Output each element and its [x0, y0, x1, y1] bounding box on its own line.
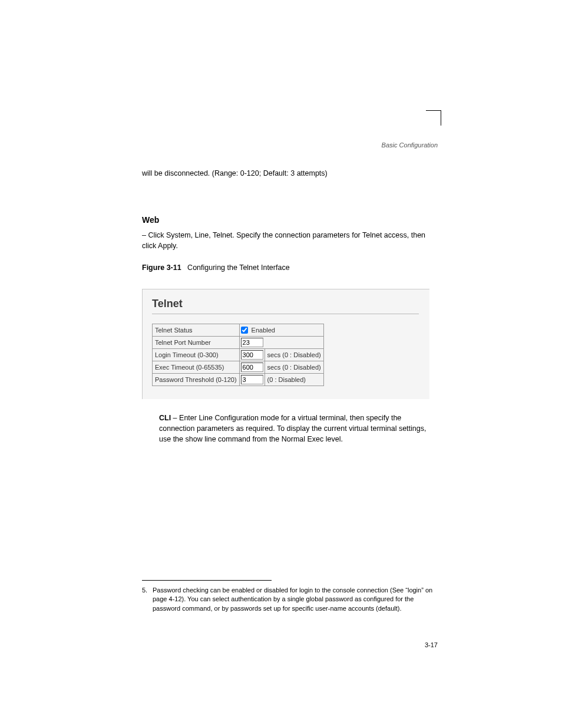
- row-telnet-port: Telnet Port Number: [153, 337, 324, 349]
- row-password-threshold: Password Threshold (0-120) (0 : Disabled…: [153, 374, 324, 386]
- hint-password-threshold: (0 : Disabled): [265, 374, 323, 386]
- input-password-threshold[interactable]: [241, 375, 263, 384]
- label-telnet-port: Telnet Port Number: [153, 337, 240, 349]
- web-paragraph: – Click System, Line, Telnet. Specify th…: [142, 230, 437, 251]
- telnet-panel: Telnet Telnet Status Enabled Telnet Port…: [142, 289, 429, 399]
- label-telnet-status: Telnet Status: [153, 324, 240, 337]
- config-table: Telnet Status Enabled Telnet Port Number…: [152, 324, 324, 386]
- input-telnet-port[interactable]: [241, 338, 263, 347]
- hint-exec-timeout: secs (0 : Disabled): [265, 361, 323, 374]
- footnote: 5. Password checking can be enabled or d…: [142, 586, 437, 613]
- checkbox-label-enabled: Enabled: [252, 327, 275, 334]
- checkbox-telnet-enabled[interactable]: [241, 327, 248, 334]
- hint-login-timeout: secs (0 : Disabled): [265, 349, 323, 361]
- page-number: 3-17: [425, 641, 438, 648]
- crop-mark: [426, 110, 441, 126]
- row-exec-timeout: Exec Timeout (0-65535) secs (0 : Disable…: [153, 361, 324, 374]
- page-header: Basic Configuration: [142, 141, 438, 149]
- panel-title: Telnet: [152, 298, 419, 310]
- figure-label: Figure 3-11: [142, 263, 181, 272]
- row-telnet-status: Telnet Status Enabled: [153, 324, 324, 337]
- input-login-timeout[interactable]: [241, 350, 263, 360]
- figure-title: Configuring the Telnet Interface: [187, 263, 290, 272]
- footnote-text: Password checking can be enabled or disa…: [153, 586, 437, 613]
- cli-heading: CLI: [159, 414, 171, 422]
- figure-caption: Figure 3-11 Configuring the Telnet Inter…: [142, 262, 437, 273]
- row-login-timeout: Login Timeout (0-300) secs (0 : Disabled…: [153, 349, 324, 361]
- header-title: Basic Configuration: [382, 141, 438, 149]
- footnote-number: 5.: [142, 586, 147, 595]
- cli-paragraph: CLI – Enter Line Configuration mode for …: [159, 413, 436, 444]
- intro-text: will be disconnected. (Range: 0-120; Def…: [142, 168, 437, 179]
- input-exec-timeout[interactable]: [241, 363, 263, 372]
- footnote-rule: [142, 580, 272, 581]
- label-password-threshold: Password Threshold (0-120): [153, 374, 240, 386]
- panel-divider: [152, 314, 419, 314]
- cli-body-text: – Enter Line Configuration mode for a vi…: [159, 414, 426, 443]
- label-exec-timeout: Exec Timeout (0-65535): [153, 361, 240, 374]
- label-login-timeout: Login Timeout (0-300): [153, 349, 240, 361]
- section-heading-web: Web: [142, 215, 159, 225]
